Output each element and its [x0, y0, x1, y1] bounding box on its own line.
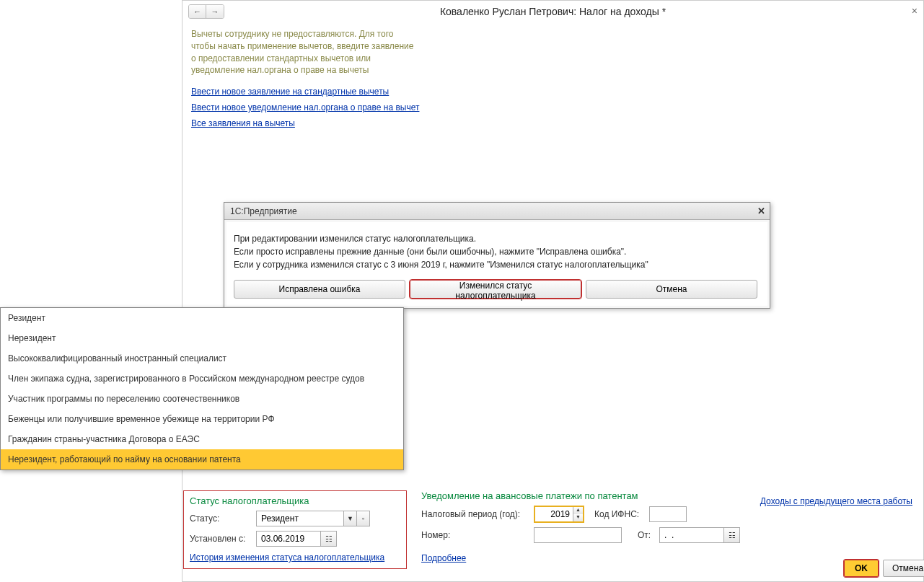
link-new-tax-notification[interactable]: Ввести новое уведомление нал.органа о пр…	[191, 102, 419, 113]
year-spinner[interactable]: ▲▼	[573, 507, 583, 521]
link-new-standard-deduction[interactable]: Ввести новое заявление на стандартные вы…	[191, 87, 389, 97]
calendar-icon[interactable]: ☷	[320, 532, 336, 546]
number-input[interactable]	[534, 527, 622, 543]
ifns-input[interactable]	[649, 506, 687, 522]
dropdown-item[interactable]: Резидент	[1, 308, 403, 328]
dropdown-item[interactable]: Участник программы по переселению соотеч…	[1, 389, 403, 409]
more-link[interactable]: Подробнее	[421, 553, 466, 563]
dropdown-item[interactable]: Нерезидент	[1, 328, 403, 348]
previous-income-link[interactable]: Доходы с предыдущего места работы	[760, 496, 912, 506]
close-icon[interactable]: ×	[912, 5, 918, 17]
dialog-cancel-button[interactable]: Отмена	[586, 280, 757, 299]
date-from-input[interactable]: ☷	[256, 531, 337, 547]
date-from-label: Установлен с:	[190, 534, 252, 544]
confirmation-dialog: 1С:Предприятие ✕ При редактировании изме…	[224, 202, 770, 309]
dialog-title-text: 1С:Предприятие	[230, 206, 297, 216]
spinner-up-icon[interactable]: ▲	[573, 507, 583, 514]
nav-buttons: ← →	[188, 4, 224, 19]
number-label: Номер:	[421, 530, 529, 540]
dropdown-item[interactable]: Беженцы или получившие временное убежище…	[1, 409, 403, 429]
window-title: Коваленко Руслан Петрович: Налог на дохо…	[440, 6, 666, 17]
titlebar: ← → Коваленко Руслан Петрович: Налог на …	[182, 1, 923, 22]
from-date-input[interactable]: ☷	[659, 527, 740, 543]
deductions-notice: Вычеты сотруднику не предоставляются. Дл…	[191, 28, 415, 76]
dialog-close-icon[interactable]: ✕	[757, 206, 765, 216]
taxpayer-status-block: Статус налогоплательщика Статус: ▼ ▫ Уст…	[183, 490, 407, 569]
ifns-label: Код ИФНС:	[594, 509, 645, 519]
combo-dropdown-icon[interactable]: ▼	[343, 511, 356, 526]
back-button[interactable]: ←	[189, 5, 206, 18]
status-changed-button[interactable]: Изменился статус налогоплательщика	[410, 280, 581, 299]
cancel-button[interactable]: Отмена	[883, 560, 924, 577]
status-section-title: Статус налогоплательщика	[190, 495, 400, 506]
from-label: От:	[638, 530, 655, 540]
tax-period-label: Налоговый период (год):	[421, 509, 529, 519]
status-history-link[interactable]: История изменения статуса налогоплательщ…	[190, 552, 384, 563]
year-field[interactable]	[535, 507, 573, 521]
dialog-buttons: Исправлена ошибка Изменился статус налог…	[234, 280, 760, 299]
spinner-down-icon[interactable]: ▼	[573, 514, 583, 521]
calendar-icon[interactable]: ☷	[723, 528, 739, 542]
dialog-body: При редактировании изменился статус нало…	[226, 222, 767, 306]
combo-open-icon[interactable]: ▫	[356, 511, 369, 526]
from-date-field[interactable]	[660, 528, 723, 542]
status-label: Статус:	[190, 513, 252, 524]
error-fixed-button[interactable]: Исправлена ошибка	[234, 280, 405, 299]
dropdown-item-selected[interactable]: Нерезидент, работающий по найму на основ…	[1, 449, 403, 469]
patent-section-title: Уведомление на авансовые платежи по пате…	[421, 490, 740, 501]
forward-button[interactable]: →	[206, 5, 224, 18]
dropdown-item[interactable]: Член экипажа судна, зарегистрированного …	[1, 369, 403, 389]
patent-notice-block: Уведомление на авансовые платежи по пате…	[421, 490, 740, 563]
dropdown-item[interactable]: Гражданин страны-участника Договора о ЕА…	[1, 429, 403, 449]
status-combo[interactable]: ▼ ▫	[256, 511, 370, 526]
dialog-titlebar: 1С:Предприятие ✕	[224, 203, 770, 220]
dropdown-item[interactable]: Высококвалифицированный иностранный спец…	[1, 348, 403, 369]
link-all-deductions[interactable]: Все заявления на вычеты	[191, 118, 295, 128]
date-field[interactable]	[257, 532, 320, 546]
content: Вычеты сотруднику не предоставляются. Дл…	[182, 22, 923, 134]
status-input[interactable]	[257, 511, 343, 526]
dialog-message: При редактировании изменился статус нало…	[234, 232, 760, 271]
status-dropdown-list: Резидент Нерезидент Высококвалифицирован…	[0, 307, 404, 470]
ok-button[interactable]: OK	[844, 560, 879, 577]
tax-year-input[interactable]: ▲▼	[534, 506, 584, 523]
footer-buttons: OK Отмена	[844, 560, 914, 576]
